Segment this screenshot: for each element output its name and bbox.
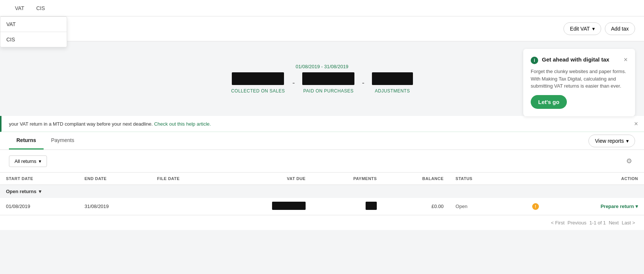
cell-start-date: 01/08/2019	[0, 198, 79, 215]
nav-item-cis[interactable]: CIS	[30, 1, 51, 16]
header-actions: Edit VAT ▾ Add tax	[564, 22, 635, 35]
settings-button[interactable]: ⚙	[623, 155, 635, 167]
col-vat-due: VAT DUE	[220, 173, 312, 185]
chevron-down-icon: ▾	[592, 26, 595, 32]
prepare-return-link[interactable]: Prepare return	[600, 204, 634, 209]
returns-table: START DATE END DATE FILE DATE VAT DUE PA…	[0, 173, 644, 215]
summary-values: COLLECTED ON SALES - PAID ON PURCHASES -…	[231, 72, 413, 94]
summary-section: 01/08/2019 - 31/08/2019 COLLECTED ON SAL…	[0, 41, 644, 116]
last-page-link[interactable]: Last >	[622, 220, 635, 226]
info-banner-close-button[interactable]: ×	[634, 120, 638, 127]
pagination: < First Previous 1-1 of 1 Next Last >	[0, 215, 644, 230]
paid-value	[302, 72, 354, 85]
nav-dropdown-menu: VAT CIS	[0, 16, 67, 47]
summary-paid: PAID ON PURCHASES	[302, 72, 354, 94]
dropdown-item-cis[interactable]: CIS	[0, 32, 67, 47]
col-file-date: FILE DATE	[151, 173, 221, 185]
cell-file-date	[151, 198, 221, 215]
add-tax-button[interactable]: Add tax	[605, 22, 635, 35]
filter-button[interactable]: All returns ▾	[9, 155, 47, 167]
table-toolbar: All returns ▾ ⚙	[0, 150, 644, 173]
chevron-down-icon: ▾	[626, 138, 629, 144]
nav-item-vat[interactable]: VAT	[9, 1, 30, 16]
next-page-link[interactable]: Next	[609, 220, 619, 226]
separator-1: -	[293, 79, 295, 87]
edit-vat-button[interactable]: Edit VAT ▾	[564, 22, 601, 35]
table-body: Open returns ▾ 01/08/2019 31/08/2019 £0.…	[0, 185, 644, 215]
filter-chevron-icon: ▾	[39, 158, 41, 164]
cell-action[interactable]: Prepare return ▾	[545, 198, 644, 215]
payments-redacted	[366, 202, 377, 210]
digital-tax-card: i Get ahead with digital tax × Forget th…	[523, 49, 635, 116]
warning-icon: !	[532, 203, 539, 210]
adjustments-label: ADJUSTMENTS	[372, 88, 413, 94]
info-banner: your VAT return in a MTD compliant way b…	[0, 116, 644, 132]
col-start-date: START DATE	[0, 173, 79, 185]
group-chevron-icon[interactable]: ▾	[39, 189, 41, 194]
table-header: START DATE END DATE FILE DATE VAT DUE PA…	[0, 173, 644, 185]
info-icon: i	[531, 57, 538, 64]
cell-status: Open	[449, 198, 507, 215]
page-range: 1-1 of 1	[589, 220, 606, 226]
table-row: 01/08/2019 31/08/2019 £0.00 Open ! Prepa…	[0, 198, 644, 215]
separator-2: -	[362, 79, 364, 87]
gear-icon: ⚙	[626, 157, 632, 165]
tabs-container: Returns Payments	[9, 132, 82, 149]
group-label: Open returns	[6, 189, 37, 194]
info-banner-text: your VAT return in a MTD compliant way b…	[9, 121, 211, 127]
first-page-link[interactable]: < First	[551, 220, 564, 226]
prepare-chevron-icon[interactable]: ▾	[635, 204, 638, 209]
top-nav: VAT CIS	[0, 0, 644, 16]
page-header: VAT Edit VAT ▾ Add tax	[0, 16, 644, 41]
adjustments-value	[372, 72, 413, 85]
dropdown-item-vat[interactable]: VAT	[0, 17, 67, 32]
collected-label: COLLECTED ON SALES	[231, 88, 285, 94]
dtc-header: i Get ahead with digital tax ×	[531, 56, 628, 64]
tabs-section: Returns Payments View reports ▾	[0, 132, 644, 150]
view-reports-button[interactable]: View reports ▾	[588, 135, 635, 147]
previous-page-link[interactable]: Previous	[568, 220, 587, 226]
cell-end-date: 31/08/2019	[79, 198, 151, 215]
summary-adjustments: ADJUSTMENTS	[372, 72, 413, 94]
col-end-date: END DATE	[79, 173, 151, 185]
vat-due-redacted	[272, 202, 306, 210]
cell-vat-due	[220, 198, 312, 215]
dtc-body: Forget the clunky websites and paper for…	[531, 68, 628, 90]
summary-collected: COLLECTED ON SALES	[231, 72, 285, 94]
summary-period: 01/08/2019 - 31/08/2019	[296, 64, 348, 69]
cell-warning-icon-cell: !	[508, 198, 545, 215]
group-row-open: Open returns ▾	[0, 185, 644, 198]
col-action: ACTION	[545, 173, 644, 185]
tab-payments[interactable]: Payments	[44, 132, 82, 149]
collected-value	[232, 72, 284, 85]
col-warning	[508, 173, 545, 185]
dtc-close-button[interactable]: ×	[624, 56, 628, 63]
help-article-link[interactable]: Check out this help article.	[154, 121, 211, 127]
tab-returns[interactable]: Returns	[9, 132, 44, 149]
cell-payments	[312, 198, 383, 215]
col-payments: PAYMENTS	[312, 173, 383, 185]
dtc-title: Get ahead with digital tax	[542, 56, 620, 63]
paid-label: PAID ON PURCHASES	[302, 88, 354, 94]
col-status: STATUS	[449, 173, 507, 185]
col-balance: BALANCE	[383, 173, 449, 185]
cell-balance: £0.00	[383, 198, 449, 215]
lets-go-button[interactable]: Let's go	[531, 95, 567, 109]
